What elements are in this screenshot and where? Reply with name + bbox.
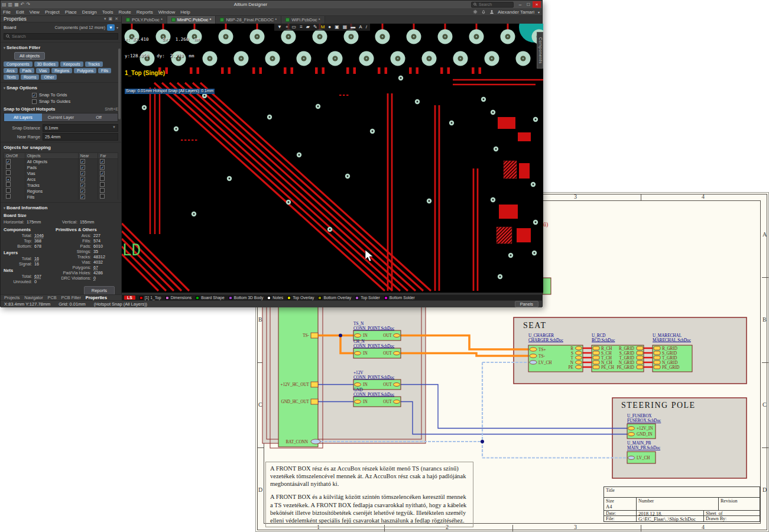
bell-icon[interactable] bbox=[481, 9, 486, 14]
menu-item[interactable]: File bbox=[3, 9, 11, 15]
snap-distance-select[interactable]: 0.1mm▼ bbox=[43, 124, 118, 132]
conn-doc[interactable]: CONN_POINT.SchDoc bbox=[353, 392, 394, 397]
menu-item[interactable]: Route bbox=[118, 9, 131, 15]
panel-tab[interactable]: PCB Filter bbox=[61, 295, 81, 300]
onoff-checkbox[interactable] bbox=[6, 194, 11, 199]
column-header[interactable]: Near bbox=[78, 153, 98, 159]
mode-off[interactable]: Off bbox=[80, 113, 118, 121]
charger-block[interactable] bbox=[528, 345, 583, 372]
mode-all-layers[interactable]: All Layers bbox=[4, 113, 42, 121]
menu-item[interactable]: Reports bbox=[137, 9, 153, 15]
panel-tab[interactable]: PCB bbox=[48, 295, 57, 300]
snapping-row[interactable]: Pads ✓ ✓ bbox=[4, 164, 118, 170]
near-range-input[interactable]: 25.4mm bbox=[43, 133, 118, 141]
chevron-down-icon[interactable]: ▾ bbox=[116, 25, 118, 30]
search-input[interactable] bbox=[479, 2, 511, 7]
select-icon[interactable]: ▭ bbox=[292, 24, 297, 30]
mode-current-layer[interactable]: Current Layer bbox=[42, 113, 80, 121]
menu-item[interactable]: View bbox=[30, 9, 40, 15]
undo-icon[interactable]: ↶ bbox=[21, 1, 25, 8]
filter-type-button[interactable]: Fills bbox=[98, 68, 111, 73]
filter-type-button[interactable]: Components bbox=[4, 61, 33, 67]
close-icon[interactable]: ✕ bbox=[115, 17, 118, 21]
column-header[interactable]: On/Off bbox=[4, 153, 25, 159]
layer-tab[interactable]: Bottom 3D Body bbox=[229, 296, 264, 300]
conn-doc[interactable]: CONN_POINT.SchDoc bbox=[353, 326, 394, 331]
save-icon[interactable]: ▤ bbox=[2, 1, 7, 8]
reports-button[interactable]: Reports bbox=[84, 286, 115, 294]
near-checkbox[interactable]: ✓ bbox=[80, 183, 85, 187]
filter-type-button[interactable]: Pads bbox=[20, 68, 35, 73]
ruler-icon[interactable]: ▬ bbox=[351, 24, 355, 30]
properties-panel-header[interactable]: Properties ▾ ▣ ✕ bbox=[1, 16, 121, 22]
onoff-checkbox[interactable] bbox=[6, 188, 11, 193]
main-pb-doc[interactable]: MAIN_PB.SchDoc bbox=[627, 446, 660, 450]
layer-tab[interactable]: Notes bbox=[267, 296, 283, 300]
all-objects-button[interactable]: All objects bbox=[14, 52, 45, 60]
line-icon[interactable]: / bbox=[366, 24, 367, 30]
far-checkbox[interactable]: ✓ bbox=[100, 165, 105, 170]
marechal-doc[interactable]: MARECHAL.SchDoc bbox=[653, 338, 691, 343]
menu-item[interactable]: Edit bbox=[16, 9, 24, 15]
redo-icon[interactable]: ↷ bbox=[26, 1, 30, 8]
measure-icon[interactable]: M bbox=[321, 24, 325, 30]
onoff-checkbox[interactable] bbox=[6, 170, 11, 175]
global-search[interactable] bbox=[471, 2, 514, 8]
tab-wifi[interactable]: WiFi.PcbDoc * bbox=[281, 16, 325, 24]
highlight-icon[interactable]: ● bbox=[328, 24, 331, 30]
fill-icon[interactable]: ▰ bbox=[306, 24, 310, 30]
near-checkbox[interactable]: ✓ bbox=[80, 171, 85, 176]
filter-type-button[interactable]: Tracks bbox=[85, 61, 103, 67]
filter-type-button[interactable]: Arcs bbox=[4, 68, 18, 73]
column-header[interactable]: Objects bbox=[25, 153, 78, 159]
conn-doc[interactable]: CONN_POINT.SchDoc bbox=[353, 375, 394, 380]
quick-access-toolbar[interactable]: ▤ ▥ ▦ ↶ ↷ bbox=[2, 1, 30, 8]
onoff-checkbox[interactable]: ▪ bbox=[6, 177, 11, 181]
filter-type-button[interactable]: Texts bbox=[4, 74, 19, 80]
move-icon[interactable]: + bbox=[285, 24, 288, 30]
draw-icon[interactable]: ✎ bbox=[313, 24, 317, 30]
layer-tab[interactable]: Top Overlay bbox=[287, 296, 314, 300]
menu-item[interactable]: Help bbox=[180, 9, 190, 15]
board-info-header[interactable]: ▾Board Information bbox=[4, 204, 118, 212]
filter-icon[interactable]: ▼ bbox=[107, 24, 115, 31]
layer-tab[interactable]: [1] 1_Top bbox=[139, 296, 161, 300]
charger-doc[interactable]: CHARGER.SchDoc bbox=[528, 338, 563, 343]
chevron-down-icon[interactable]: ▾ bbox=[104, 17, 106, 21]
snapping-row[interactable]: Vias ✓ ✓ bbox=[4, 170, 118, 176]
filter-type-button[interactable]: Keepouts bbox=[60, 61, 83, 67]
column-header[interactable]: Far bbox=[98, 153, 118, 159]
title-bar[interactable]: ▤ ▥ ▦ ↶ ↷ Altium Designer – □ × bbox=[1, 1, 542, 8]
layer-tab[interactable]: Bottom Solder bbox=[384, 296, 415, 300]
filter-type-button[interactable]: Other bbox=[41, 74, 57, 80]
filter-summary[interactable]: Components (and 12 more) bbox=[54, 25, 105, 30]
panels-button[interactable]: Panels bbox=[515, 301, 538, 307]
open-icon[interactable]: ▥ bbox=[8, 1, 13, 8]
far-checkbox[interactable] bbox=[100, 176, 105, 181]
filter-type-button[interactable]: Regions bbox=[51, 68, 72, 73]
onoff-checkbox[interactable] bbox=[6, 164, 11, 169]
near-checkbox[interactable]: ✓ bbox=[80, 177, 85, 181]
menu-item[interactable]: Tools bbox=[102, 9, 113, 15]
tab-nbp28[interactable]: NBP-28_Final.PCBDOC * bbox=[216, 16, 281, 24]
snap-options-header[interactable]: ▾Snap Options bbox=[4, 84, 118, 92]
user-name[interactable]: Alexander Tamari bbox=[498, 9, 534, 15]
far-checkbox[interactable] bbox=[100, 182, 105, 187]
panel-tab[interactable]: Properties bbox=[86, 295, 107, 300]
filter-type-button[interactable]: Rooms bbox=[21, 74, 40, 80]
layers-icon[interactable]: ≡ bbox=[300, 24, 303, 30]
snap-guides-checkbox[interactable] bbox=[32, 99, 37, 104]
layer-tab[interactable]: Bottom Overlay bbox=[318, 296, 351, 300]
conn-doc[interactable]: CONN_POINT.SchDoc bbox=[353, 344, 394, 349]
rcd-doc[interactable]: RCD.SchDoc bbox=[592, 338, 615, 343]
pin-icon[interactable]: ▣ bbox=[109, 17, 113, 21]
layer-tab[interactable]: Dimensions bbox=[166, 296, 192, 300]
snapping-row[interactable]: Tracks ✓ bbox=[4, 182, 118, 188]
gear-icon[interactable] bbox=[473, 9, 478, 14]
menu-item[interactable]: Design bbox=[82, 9, 97, 15]
chevron-down-icon[interactable]: ▾ bbox=[538, 10, 540, 14]
panel-scrollbar[interactable] bbox=[118, 48, 121, 119]
minimize-button[interactable]: – bbox=[516, 1, 524, 8]
close-button[interactable]: × bbox=[533, 1, 541, 8]
region-icon[interactable]: ▣ bbox=[335, 24, 339, 30]
